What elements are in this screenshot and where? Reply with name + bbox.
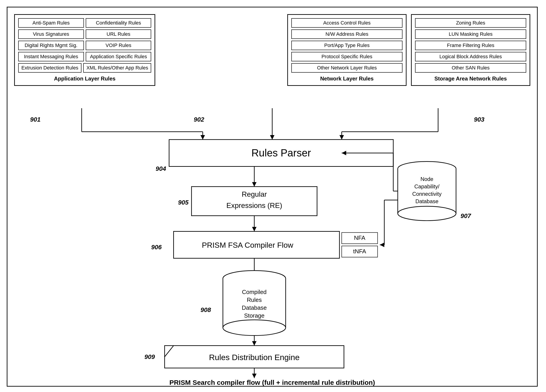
svg-text:NFA: NFA [354, 235, 365, 241]
top-rule-section: Anti-Spam Rules Confidentiality Rules Vi… [7, 7, 537, 86]
app-layer-group: Anti-Spam Rules Confidentiality Rules Vi… [14, 14, 155, 86]
app-layer-label: Application Layer Rules [18, 76, 151, 82]
san-label: Storage Area Network Rules [415, 76, 526, 82]
svg-text:Capability/: Capability/ [414, 183, 440, 190]
svg-rect-28 [342, 246, 377, 257]
svg-text:906: 906 [151, 244, 162, 251]
anti-spam-rules: Anti-Spam Rules [18, 18, 84, 28]
svg-text:Rules Distribution Engine: Rules Distribution Engine [209, 353, 300, 362]
url-rules: URL Rules [86, 29, 151, 39]
svg-text:Compiled: Compiled [242, 289, 266, 295]
svg-point-37 [223, 320, 286, 335]
svg-text:908: 908 [201, 306, 211, 313]
svg-marker-32 [252, 271, 256, 275]
svg-text:Rules Parser: Rules Parser [251, 147, 311, 159]
xml-rules: XML Rules/Other App Rules [83, 63, 151, 73]
svg-text:PRISM Search compiler flow (fu: PRISM Search compiler flow (full + incre… [169, 379, 375, 386]
lba-rules: Logical Block Address Rules [415, 52, 526, 61]
svg-point-55 [398, 206, 456, 221]
svg-marker-64 [342, 151, 346, 155]
svg-text:Database: Database [415, 198, 438, 204]
svg-text:Expressions (RE): Expressions (RE) [226, 201, 282, 209]
svg-text:tNFA: tNFA [353, 248, 366, 254]
svg-text:PRISM FSA Compiler Flow: PRISM FSA Compiler Flow [202, 241, 293, 249]
svg-marker-6 [201, 135, 205, 139]
svg-point-51 [398, 162, 456, 176]
virus-signatures: Virus Signatures [18, 29, 84, 39]
extrusion-detection: Extrusion Detection Rules [18, 63, 81, 73]
confidentiality-rules: Confidentiality Rules [86, 18, 151, 28]
svg-text:902: 902 [194, 116, 204, 123]
svg-text:905: 905 [178, 199, 188, 206]
svg-rect-45 [165, 346, 344, 368]
protocol-specific-rules: Protocol Specific Rules [291, 52, 403, 61]
svg-text:909: 909 [144, 353, 155, 360]
svg-text:Database: Database [242, 304, 267, 311]
svg-rect-24 [174, 231, 339, 258]
svg-marker-23 [252, 227, 256, 232]
voip-rules: VOIP Rules [86, 41, 151, 50]
svg-rect-26 [342, 232, 377, 244]
svg-text:Regular: Regular [242, 190, 267, 198]
svg-rect-18 [191, 187, 317, 216]
svg-rect-52 [398, 169, 456, 213]
zoning-rules: Zoning Rules [415, 18, 526, 28]
san-group: Zoning Rules LUN Masking Rules Frame Fil… [411, 14, 530, 86]
lun-masking-rules: LUN Masking Rules [415, 29, 526, 39]
instant-messaging: Instant Messaging Rules [18, 52, 84, 61]
svg-marker-17 [252, 182, 256, 187]
svg-marker-44 [252, 341, 256, 346]
svg-text:907: 907 [461, 212, 471, 219]
svg-marker-49 [252, 373, 256, 378]
svg-text:Rules: Rules [247, 297, 262, 303]
network-layer-group: Access Control Rules N/W Address Rules P… [287, 14, 407, 86]
svg-text:Connectivity: Connectivity [412, 191, 441, 197]
network-layer-label: Network Layer Rules [291, 76, 403, 82]
main-diagram: Anti-Spam Rules Confidentiality Rules Vi… [7, 7, 538, 387]
svg-text:903: 903 [474, 116, 485, 123]
other-network-layer-rules: Other Network Layer Rules [291, 63, 403, 73]
svg-line-69 [165, 346, 174, 357]
svg-rect-13 [169, 139, 393, 167]
svg-point-33 [223, 271, 286, 286]
svg-marker-8 [270, 135, 274, 139]
svg-text:901: 901 [30, 116, 41, 123]
svg-text:904: 904 [156, 165, 166, 172]
svg-text:Storage: Storage [244, 312, 265, 319]
other-san-rules: Other SAN Rules [415, 63, 526, 73]
nw-address-rules: N/W Address Rules [291, 29, 403, 39]
frame-filtering-rules: Frame Filtering Rules [415, 41, 526, 50]
port-app-type-rules: Port/App Type Rules [291, 41, 403, 50]
access-control-rules: Access Control Rules [291, 18, 403, 28]
svg-marker-12 [339, 135, 344, 139]
digital-rights: Digital Rights Mgmt Sig. [18, 41, 84, 50]
svg-text:Node: Node [421, 176, 433, 182]
svg-marker-68 [380, 242, 384, 247]
app-specific-rules: Application Specific Rules [86, 52, 151, 61]
svg-rect-34 [223, 278, 286, 328]
